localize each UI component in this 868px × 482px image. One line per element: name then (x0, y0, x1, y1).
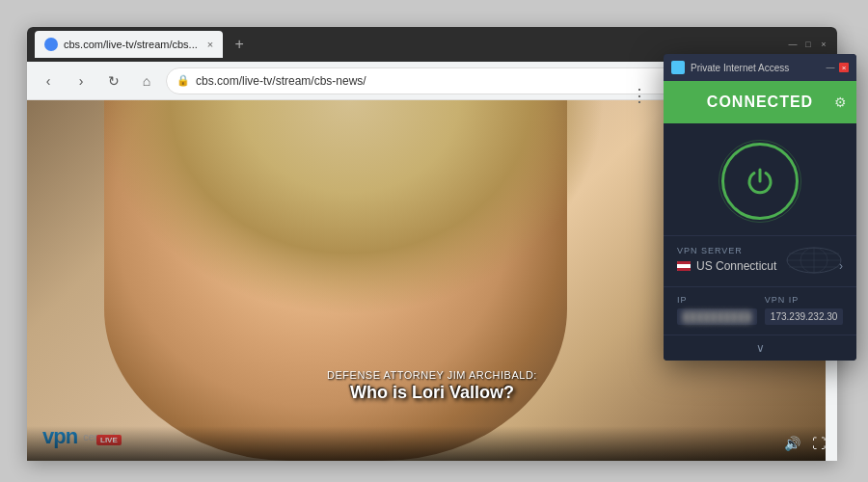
subtitle-text: Who is Lori Vallow? (27, 383, 837, 403)
active-tab[interactable]: cbs.com/live-tv/stream/cbs... × (35, 31, 223, 58)
pia-minimize-button[interactable]: — (826, 63, 835, 72)
subtitle-area: DEFENSE ATTORNEY JIM ARCHIBALD: Who is L… (27, 369, 837, 403)
pia-window-controls: — × (826, 63, 849, 72)
video-controls: 🔊 ⛶ (27, 426, 837, 461)
pia-server-name: US Connecticut (677, 259, 776, 273)
pia-local-ip-block: IP ██████████ (677, 295, 757, 325)
home-button[interactable]: ⌂ (133, 67, 160, 94)
pia-ip-label: IP (677, 295, 757, 305)
pia-server-name-text: US Connecticut (696, 259, 776, 273)
forward-button[interactable]: › (68, 67, 95, 94)
tab-close-button[interactable]: × (207, 39, 213, 50)
expand-down-icon: ∨ (756, 341, 765, 355)
lock-icon: 🔒 (176, 74, 190, 87)
minimize-button[interactable]: — (787, 39, 799, 50)
pia-server-section: VPN SERVER US Connecticut › (664, 235, 856, 286)
back-button[interactable]: ‹ (35, 67, 62, 94)
pia-ip-value: ██████████ (677, 308, 757, 325)
reload-button[interactable]: ↻ (100, 67, 127, 94)
pia-vpn-ip-label: VPN IP (765, 295, 844, 305)
us-flag-icon (677, 261, 691, 271)
url-text: cbs.com/live-tv/stream/cbs-news/ (196, 74, 366, 88)
pia-expand-button[interactable]: ∨ (664, 335, 856, 361)
new-tab-button[interactable]: + (227, 32, 252, 57)
pia-connected-banner: CONNECTED ⚙ (664, 81, 856, 123)
pia-vpn-ip-block: VPN IP 173.239.232.30 (765, 295, 844, 325)
world-map-decoration (785, 246, 843, 275)
pia-connected-text: CONNECTED (707, 94, 813, 111)
close-button[interactable]: × (818, 39, 829, 50)
pia-favicon (671, 61, 685, 74)
window-controls: — □ × (787, 39, 829, 50)
hair-overlay (95, 100, 606, 316)
volume-button[interactable]: 🔊 (784, 436, 800, 451)
fullscreen-button[interactable]: ⛶ (812, 436, 826, 451)
pia-titlebar: Private Internet Access — × (664, 54, 856, 81)
browser-more-button[interactable]: ⋮ (631, 85, 648, 106)
pia-title-text: Private Internet Access (691, 63, 820, 73)
pia-panel: Private Internet Access — × CONNECTED ⚙ … (664, 54, 856, 361)
tab-favicon (44, 38, 58, 51)
pia-power-area (664, 123, 856, 235)
power-icon-svg (743, 164, 777, 199)
pia-power-icon[interactable] (741, 162, 779, 201)
pia-power-ring[interactable] (721, 143, 799, 220)
tab-title: cbs.com/live-tv/stream/cbs... (64, 39, 198, 50)
pia-close-button[interactable]: × (839, 63, 849, 72)
pia-ip-section: IP ██████████ VPN IP 173.239.232.30 (664, 286, 856, 335)
subtitle-speaker: DEFENSE ATTORNEY JIM ARCHIBALD: (27, 369, 837, 381)
pia-vpn-ip-value: 173.239.232.30 (765, 308, 844, 325)
pia-settings-icon[interactable]: ⚙ (834, 94, 847, 110)
maximize-button[interactable]: □ (802, 39, 814, 50)
